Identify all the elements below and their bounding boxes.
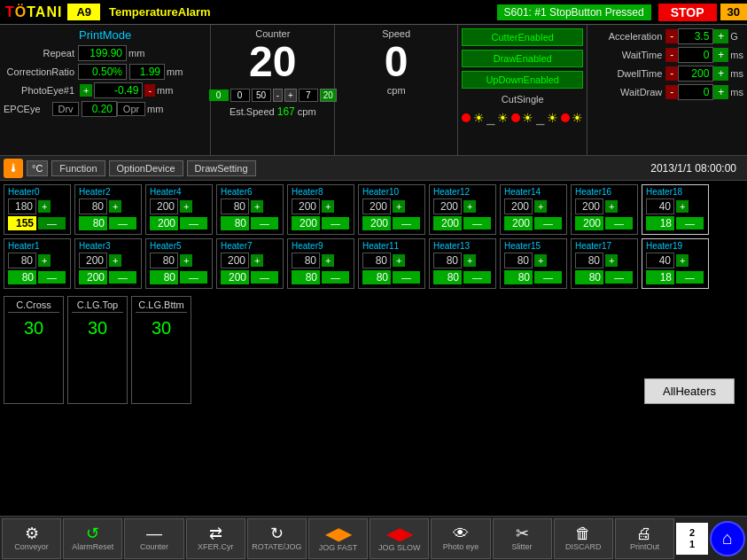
heater-plus-button[interactable]: + [393,254,405,267]
heater-plus-button[interactable]: + [322,254,334,267]
acc-plus-button[interactable]: + [713,29,728,43]
heater-minus-button[interactable]: — [322,217,349,229]
cnt-box3: 50 [252,89,271,102]
heater-minus-button[interactable]: — [109,217,136,229]
celsius-button[interactable]: °C [27,160,48,176]
cnt-minus-btn[interactable]: - [273,89,283,102]
waitdraw-row: WaitDraw - 0 + ms [591,84,743,100]
draw-enabled-button[interactable]: DrawEnabled [462,50,583,67]
counter-panel: Counter 20 0 0 50 - + 7 20 Est.Speed 167… [211,25,335,155]
heater-plus-button[interactable]: + [393,200,405,213]
cutter-enabled-button[interactable]: CutterEnabled [462,28,583,46]
heater-minus-button[interactable]: — [534,271,562,284]
heater-plus-button[interactable]: + [109,254,121,267]
stop-button[interactable]: STOP [658,4,717,21]
heater-minus-button[interactable]: — [38,271,66,284]
rotate-label: ROTATE/JOG [252,542,301,551]
cnt-plus-btn[interactable]: + [284,89,297,102]
photoeye-plus-button[interactable]: + [80,84,92,97]
dwell-plus-button[interactable]: + [713,66,728,81]
heater-plus-button[interactable]: + [463,254,476,267]
heater-plus-button[interactable]: + [180,200,192,213]
heater-minus-button[interactable]: — [605,217,633,229]
rotate-button[interactable]: ↻ ROTATE/JOG [247,518,307,559]
heater-minus-button[interactable]: — [534,217,562,229]
heater-plus-button[interactable]: + [180,254,192,267]
logo: TÖTANI [0,4,67,20]
jog-slow-button[interactable]: ◀▶ JOG SLOW [370,518,429,559]
heater-plus-button[interactable]: + [38,200,51,213]
heater-minus-button[interactable]: — [251,217,278,229]
alarm-code: A9 [67,4,100,20]
heater-title: Heater6 [221,187,279,197]
conveyor-button[interactable]: ⚙ Conveyor [2,518,61,559]
heater-minus-button[interactable]: — [463,271,491,284]
heater-minus-button[interactable]: — [180,271,207,284]
cross-table: C.Cross30C.LG.Top30C.LG.Bttm30 [4,296,191,404]
wait-plus-button[interactable]: + [713,48,728,62]
heater-minus-button[interactable]: — [676,271,704,284]
photoeye-row: PhotoEye#1 + -0.49 - mm [4,82,206,98]
heater-card-heater8: Heater8200+200— [287,184,354,235]
photo-eye-button[interactable]: 👁 Photo eye [431,518,490,559]
all-heaters-button[interactable]: AllHeaters [644,378,735,404]
discard-button[interactable]: 🗑 DISCARD [554,518,613,559]
speed-panel: Speed 0 cpm [335,25,458,155]
heater-plus-button[interactable]: + [534,200,547,213]
printout-button[interactable]: 🖨 PrintOut [615,518,674,559]
heater-plus-button[interactable]: + [109,200,121,213]
heater-plus-button[interactable]: + [251,200,263,213]
updown-enabled-button[interactable]: UpDownEnabled [462,71,583,89]
wait-minus-button[interactable]: - [665,48,678,62]
heater-minus-button[interactable]: — [605,271,633,284]
heater-plus-button[interactable]: + [534,254,547,267]
heater-minus-button[interactable]: — [109,271,136,284]
speed-value: 0 [385,41,409,83]
heater-plus-button[interactable]: + [38,254,51,267]
heater-plus-button[interactable]: + [676,254,689,267]
epc-val2: 0.20 [82,101,117,117]
alarm-reset-icon: ↺ [86,525,99,541]
wait-label: WaitTime [591,50,662,60]
heater-minus-button[interactable]: — [676,217,704,229]
conveyor-icon: ⚙ [25,525,39,541]
repeat-unit: mm [128,48,144,58]
function-tab[interactable]: Function [51,160,105,176]
heater-minus-button[interactable]: — [180,217,207,229]
heater-minus-button[interactable]: — [322,271,349,284]
heater-plus-button[interactable]: + [322,200,334,213]
cnt-box4: 7 [299,89,318,102]
counter-toolbar-button[interactable]: — Counter [124,518,183,559]
waitdraw-minus-button[interactable]: - [665,85,678,99]
heater-plus-button[interactable]: + [463,200,476,213]
waitdraw-plus-button[interactable]: + [713,85,728,99]
correction-unit: mm [167,66,183,77]
option-device-tab[interactable]: OptionDevice [109,160,183,176]
slitter-button[interactable]: ✂ Slitter [493,518,552,559]
draw-setting-tab[interactable]: DrawSetting [187,160,256,176]
heater-minus-button[interactable]: — [463,217,491,229]
heater-minus-button[interactable]: — [393,217,420,229]
heater-minus-button[interactable]: — [251,271,278,284]
heater-title: Heater19 [646,241,704,251]
heater-plus-button[interactable]: + [676,200,689,213]
dwell-minus-button[interactable]: - [665,66,678,81]
heater-plus-button[interactable]: + [605,254,618,267]
acc-unit: G [730,31,738,42]
heater-card-heater13: Heater1380+80— [429,238,496,289]
alarm-reset-button[interactable]: ↺ AlarmReset [63,518,122,559]
photoeye-value: -0.49 [94,82,143,98]
heater-plus-button[interactable]: + [251,254,263,267]
heater-minus-button[interactable]: — [38,217,66,229]
heater-title: Heater17 [575,241,634,251]
print-mode-panel: PrintMode Repeat 199.90 mm CorrectionRat… [0,25,211,155]
photoeye-minus-button[interactable]: - [144,84,155,97]
est-label: Est.Speed [230,106,275,117]
sun-icon4: ☀ [547,111,558,125]
home-button[interactable]: ⌂ [710,521,745,556]
jog-fast-button[interactable]: ◀▶ JOG FAST [308,518,368,559]
heater-minus-button[interactable]: — [393,271,420,284]
xfer-button[interactable]: ⇄ XFER.Cyr [186,518,245,559]
acc-minus-button[interactable]: - [665,29,678,43]
heater-plus-button[interactable]: + [605,200,618,213]
